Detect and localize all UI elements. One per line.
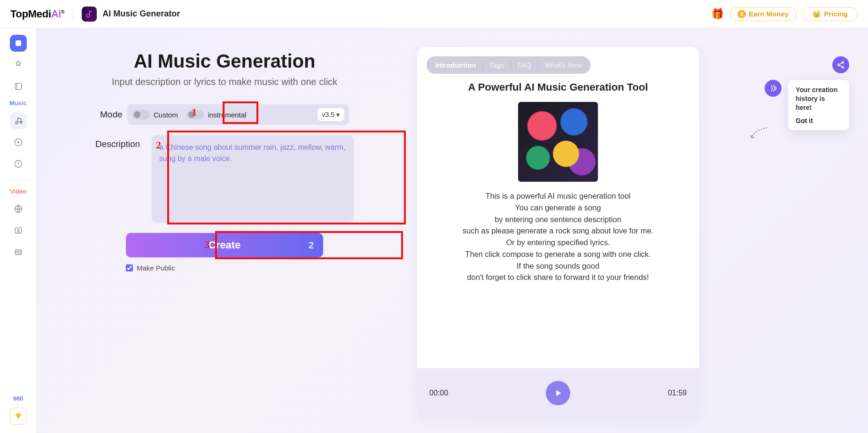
gift-icon[interactable]: 🎁 xyxy=(711,9,724,19)
page-title: AI Music Generation xyxy=(37,51,412,72)
svg-point-5 xyxy=(15,139,22,146)
album-art xyxy=(518,102,598,182)
create-count: 2 xyxy=(309,240,314,251)
history-button[interactable] xyxy=(765,80,782,97)
svg-rect-11 xyxy=(15,250,21,255)
create-button[interactable]: Create 2 xyxy=(126,233,323,257)
info-card-title: A Powerful AI Music Generation Tool xyxy=(417,81,699,93)
sidebar-item-clip[interactable] xyxy=(10,244,27,261)
logo-ai: Ai xyxy=(51,8,61,20)
svg-rect-1 xyxy=(16,40,21,46)
svg-rect-9 xyxy=(15,228,21,233)
sidebar-section-video: Video xyxy=(10,188,26,195)
share-button[interactable] xyxy=(832,56,849,73)
tab-whats-new[interactable]: What's New xyxy=(538,59,589,71)
sidebar-section-music: Music xyxy=(9,100,27,107)
coin-icon: $ xyxy=(737,10,746,18)
tab-tags[interactable]: Tags xyxy=(482,59,511,71)
floating-actions: Your creation history is here! Got it xyxy=(765,56,849,130)
svg-point-3 xyxy=(16,122,18,124)
main: AI Music Generation Input description or… xyxy=(37,28,868,433)
sidebar-item-library[interactable] xyxy=(10,78,27,95)
time-end: 01:59 xyxy=(668,389,687,397)
time-start: 00:00 xyxy=(429,389,448,397)
mode-group: Custom instrumental v3.5 ▾ xyxy=(127,104,349,125)
sidebar-item-globe[interactable] xyxy=(10,201,27,217)
info-tabs: Introduction Tags FAQ What's New xyxy=(426,56,590,74)
make-public-label: Make Public xyxy=(137,264,175,272)
tab-faq[interactable]: FAQ xyxy=(511,59,538,71)
logo-text: TopMedi xyxy=(10,8,51,20)
sidebar-item-avatar[interactable] xyxy=(10,222,27,239)
pricing-label: Pricing xyxy=(824,10,848,18)
create-row: Create 2 Make Public xyxy=(126,233,323,272)
credits-count[interactable]: 980 xyxy=(13,395,23,402)
make-public-row[interactable]: Make Public xyxy=(126,264,323,272)
svg-point-0 xyxy=(86,14,90,17)
create-button-label: Create xyxy=(209,239,240,251)
header-divider xyxy=(73,8,73,20)
version-select[interactable]: v3.5 ▾ xyxy=(318,108,344,121)
tooltip-arrow-icon xyxy=(750,126,768,140)
mode-row: Mode Custom instrumental v3.5 ▾ xyxy=(100,104,349,125)
tab-introduction[interactable]: Introduction xyxy=(428,59,482,71)
custom-toggle-label: Custom xyxy=(154,111,178,119)
mode-label: Mode xyxy=(100,109,127,120)
app-title: AI Music Generator xyxy=(102,9,180,19)
logo[interactable]: TopMediAi® xyxy=(10,8,64,20)
sidebar: Music Video 980 xyxy=(0,28,37,433)
sidebar-item-tune[interactable] xyxy=(10,155,27,172)
sidebar-item-music-gen[interactable] xyxy=(10,112,27,129)
history-tooltip: Your creation history is here! Got it xyxy=(788,80,849,130)
description-row: Description xyxy=(95,135,354,223)
sidebar-item-home[interactable] xyxy=(10,35,27,52)
earn-money-label: Earn Money xyxy=(749,10,789,18)
chevron-down-icon: ▾ xyxy=(336,111,340,118)
earn-money-button[interactable]: $ Earn Money xyxy=(729,7,797,21)
page-subtitle: Input description or lyrics to make musi… xyxy=(37,77,412,87)
got-it-button[interactable]: Got it xyxy=(796,117,842,124)
audio-player: 00:00 01:59 xyxy=(417,368,699,418)
play-button[interactable] xyxy=(546,381,570,405)
sidebar-item-disc[interactable] xyxy=(10,134,27,151)
pricing-button[interactable]: 👑 Pricing xyxy=(802,7,858,21)
generation-panel: AI Music Generation Input description or… xyxy=(37,28,412,433)
instrumental-toggle[interactable] xyxy=(186,110,204,119)
history-tooltip-text: Your creation history is here! xyxy=(796,85,842,112)
svg-rect-2 xyxy=(15,83,21,89)
crown-icon: 👑 xyxy=(812,10,821,18)
make-public-checkbox[interactable] xyxy=(126,264,133,271)
logo-registered: ® xyxy=(61,9,64,14)
header: TopMediAi® AI Music Generator 🎁 $ Earn M… xyxy=(0,0,868,28)
instrumental-toggle-label: instrumental xyxy=(208,111,247,119)
info-panel: Introduction Tags FAQ What's New A Power… xyxy=(412,28,868,433)
info-card: Introduction Tags FAQ What's New A Power… xyxy=(417,47,699,418)
header-right: 🎁 $ Earn Money 👑 Pricing xyxy=(711,7,858,21)
version-label: v3.5 xyxy=(322,111,334,118)
upgrade-button[interactable] xyxy=(10,408,27,425)
description-input[interactable] xyxy=(152,135,354,223)
description-label: Description xyxy=(95,135,152,223)
sidebar-item-explore[interactable] xyxy=(10,56,27,73)
app-badge-icon xyxy=(82,7,97,22)
sidebar-separator xyxy=(9,180,28,180)
info-card-body: This is a powerful AI music generation t… xyxy=(433,190,683,283)
custom-toggle[interactable] xyxy=(132,110,150,119)
svg-point-10 xyxy=(17,230,19,231)
svg-point-6 xyxy=(17,141,19,143)
